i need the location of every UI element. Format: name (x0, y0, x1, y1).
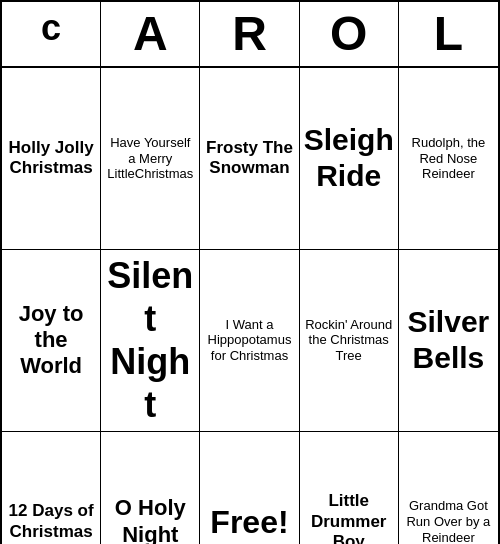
cell-label: I Want a Hippopotamus for Christmas (204, 317, 294, 364)
cell-label: Holly Jolly Christmas (6, 138, 96, 179)
bingo-cell[interactable]: Rockin' Around the Christmas Tree (300, 250, 399, 432)
bingo-cell[interactable]: Little Drummer Boy (300, 432, 399, 545)
bingo-cell[interactable]: Sleigh Ride (300, 68, 399, 250)
bingo-cell[interactable]: Silver Bells (399, 250, 498, 432)
cell-label: Have Yourself a Merry LittleChristmas (105, 135, 195, 182)
bingo-cell[interactable]: Free! (200, 432, 299, 545)
cell-label: Joy to the World (6, 301, 96, 380)
cell-label: Grandma Got Run Over by a Reindeer (403, 498, 494, 544)
cell-label: Rudolph, the Red Nose Reindeer (403, 135, 494, 182)
cell-label: Sleigh Ride (304, 122, 394, 194)
bingo-header: cAROL (2, 2, 498, 68)
cell-label: Free! (210, 503, 288, 541)
cell-label: Frosty The Snowman (204, 138, 294, 179)
bingo-cell[interactable]: 12 Days of Christmas (2, 432, 101, 545)
header-letter-c: c (2, 2, 101, 66)
cell-label: Little Drummer Boy (304, 491, 394, 544)
bingo-cell[interactable]: Frosty The Snowman (200, 68, 299, 250)
bingo-cell[interactable]: Grandma Got Run Over by a Reindeer (399, 432, 498, 545)
bingo-grid: Holly Jolly ChristmasHave Yourself a Mer… (2, 68, 498, 544)
header-letter-L: L (399, 2, 498, 66)
cell-label: Silent Night (105, 254, 195, 427)
bingo-cell[interactable]: O Holy Night (101, 432, 200, 545)
bingo-cell[interactable]: Silent Night (101, 250, 200, 432)
bingo-card: cAROL Holly Jolly ChristmasHave Yourself… (0, 0, 500, 544)
bingo-cell[interactable]: Holly Jolly Christmas (2, 68, 101, 250)
cell-label: Silver Bells (403, 304, 494, 376)
cell-label: 12 Days of Christmas (6, 501, 96, 542)
bingo-cell[interactable]: I Want a Hippopotamus for Christmas (200, 250, 299, 432)
cell-label: O Holy Night (105, 495, 195, 544)
bingo-cell[interactable]: Have Yourself a Merry LittleChristmas (101, 68, 200, 250)
bingo-cell[interactable]: Rudolph, the Red Nose Reindeer (399, 68, 498, 250)
header-letter-R: R (200, 2, 299, 66)
cell-label: Rockin' Around the Christmas Tree (304, 317, 394, 364)
header-letter-A: A (101, 2, 200, 66)
bingo-cell[interactable]: Joy to the World (2, 250, 101, 432)
header-letter-O: O (300, 2, 399, 66)
